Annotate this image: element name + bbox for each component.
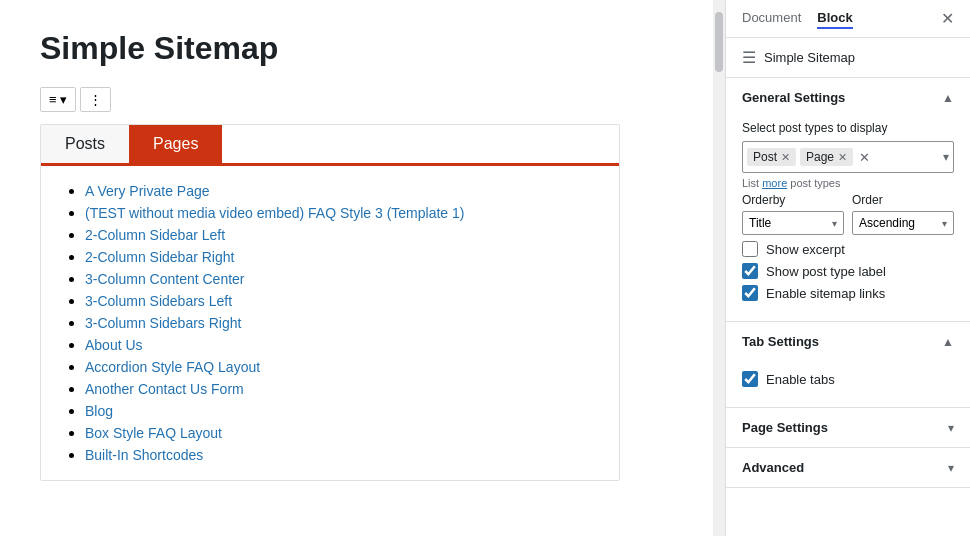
tag-page-label: Page [806, 150, 834, 164]
list-arrow-icon: ▾ [60, 92, 67, 107]
sitemap-link[interactable]: Another Contact Us Form [85, 381, 244, 397]
general-settings-body: Select post types to display Post ✕ Page… [726, 117, 970, 321]
tab-settings-body: Enable tabs [726, 361, 970, 407]
tag-page: Page ✕ [800, 148, 853, 166]
tab-pages[interactable]: Pages [129, 125, 222, 163]
orderby-chevron-icon: ▾ [832, 218, 837, 229]
list-item: (TEST without media video embed) FAQ Sty… [85, 204, 595, 222]
scroll-thumb[interactable] [715, 12, 723, 72]
sitemap-link[interactable]: 2-Column Sidebar Left [85, 227, 225, 243]
tab-document[interactable]: Document [742, 8, 801, 29]
list-item: About Us [85, 336, 595, 354]
scroll-track[interactable] [713, 0, 725, 536]
more-post-types-link[interactable]: more [762, 177, 787, 189]
sitemap-link[interactable]: Blog [85, 403, 113, 419]
tag-dropdown-button[interactable]: ▾ [943, 150, 949, 164]
tab-posts[interactable]: Posts [41, 125, 129, 163]
tag-page-remove[interactable]: ✕ [838, 152, 847, 163]
block-name-row: ☰ Simple Sitemap [726, 38, 970, 78]
list-item: Accordion Style FAQ Layout [85, 358, 595, 376]
toolbar: ≡ ▾ ⋮ [40, 87, 673, 112]
enable-tabs-checkbox[interactable] [742, 371, 758, 387]
enable-sitemap-links-checkbox[interactable] [742, 285, 758, 301]
show-excerpt-label: Show excerpt [766, 242, 845, 257]
block-name-label: Simple Sitemap [764, 50, 855, 65]
tab-settings-header[interactable]: Tab Settings ▲ [726, 322, 970, 361]
enable-sitemap-links-row: Enable sitemap links [742, 285, 954, 301]
sitemap-link[interactable]: About Us [85, 337, 143, 353]
show-excerpt-row: Show excerpt [742, 241, 954, 257]
post-types-label: Select post types to display [742, 121, 954, 135]
list-item: Blog [85, 402, 595, 420]
order-select[interactable]: Ascending Descending [859, 216, 942, 230]
list-item: Another Contact Us Form [85, 380, 595, 398]
page-settings-chevron-down-icon: ▾ [948, 421, 954, 435]
list-item: 3-Column Sidebars Right [85, 314, 595, 332]
general-settings-section: General Settings ▲ Select post types to … [726, 78, 970, 322]
tabs-row: Posts Pages [41, 125, 619, 166]
sitemap-block: Posts Pages A Very Private Page (TEST wi… [40, 124, 620, 481]
general-settings-title: General Settings [742, 90, 845, 105]
sidebar: Document Block ✕ ☰ Simple Sitemap Genera… [725, 0, 970, 536]
sitemap-link[interactable]: Built-In Shortcodes [85, 447, 203, 463]
tab-settings-section: Tab Settings ▲ Enable tabs [726, 322, 970, 408]
advanced-chevron-down-icon: ▾ [948, 461, 954, 475]
sitemap-link[interactable]: (TEST without media video embed) FAQ Sty… [85, 205, 464, 221]
sitemap-list: A Very Private Page (TEST without media … [65, 182, 595, 464]
general-settings-header[interactable]: General Settings ▲ [726, 78, 970, 117]
main-content: Simple Sitemap ≡ ▾ ⋮ Posts Pages A Very … [0, 0, 713, 536]
page-title: Simple Sitemap [40, 30, 673, 67]
tag-post: Post ✕ [747, 148, 796, 166]
show-post-type-label-label: Show post type label [766, 264, 886, 279]
sitemap-link[interactable]: 3-Column Content Center [85, 271, 245, 287]
tab-settings-title: Tab Settings [742, 334, 819, 349]
more-icon: ⋮ [89, 92, 102, 107]
list-item: 2-Column Sidebar Left [85, 226, 595, 244]
order-label: Order [852, 193, 954, 207]
order-select-wrap[interactable]: Ascending Descending ▾ [852, 211, 954, 235]
orderby-select-wrap[interactable]: Title Date Modified ID ▾ [742, 211, 844, 235]
page-settings-title: Page Settings [742, 420, 828, 435]
order-chevron-icon: ▾ [942, 218, 947, 229]
tab-content: A Very Private Page (TEST without media … [41, 166, 619, 480]
list-more-link: List more post types [742, 177, 954, 189]
close-button[interactable]: ✕ [941, 11, 954, 27]
sitemap-link[interactable]: Accordion Style FAQ Layout [85, 359, 260, 375]
order-col: Order Ascending Descending ▾ [852, 193, 954, 235]
enable-tabs-row: Enable tabs [742, 371, 954, 387]
show-excerpt-checkbox[interactable] [742, 241, 758, 257]
orderby-select[interactable]: Title Date Modified ID [749, 216, 832, 230]
enable-tabs-label: Enable tabs [766, 372, 835, 387]
sitemap-block-icon: ☰ [742, 48, 756, 67]
general-settings-chevron-up-icon: ▲ [942, 91, 954, 105]
list-style-button[interactable]: ≡ ▾ [40, 87, 76, 112]
sitemap-link[interactable]: A Very Private Page [85, 183, 210, 199]
list-item: 3-Column Content Center [85, 270, 595, 288]
post-types-input[interactable]: Post ✕ Page ✕ ✕ ▾ [742, 141, 954, 173]
orderby-col: Orderby Title Date Modified ID ▾ [742, 193, 844, 235]
sidebar-tabs: Document Block [742, 8, 853, 29]
tag-post-remove[interactable]: ✕ [781, 152, 790, 163]
page-settings-section: Page Settings ▾ [726, 408, 970, 448]
tab-block[interactable]: Block [817, 8, 852, 29]
advanced-header[interactable]: Advanced ▾ [726, 448, 970, 487]
list-item: 3-Column Sidebars Left [85, 292, 595, 310]
tag-clear-all[interactable]: ✕ [859, 150, 870, 165]
sitemap-link[interactable]: 2-Column Sidebar Right [85, 249, 234, 265]
more-options-button[interactable]: ⋮ [80, 87, 111, 112]
tag-post-label: Post [753, 150, 777, 164]
sitemap-link[interactable]: 3-Column Sidebars Right [85, 315, 241, 331]
order-row: Orderby Title Date Modified ID ▾ Order [742, 193, 954, 235]
advanced-section: Advanced ▾ [726, 448, 970, 488]
list-icon: ≡ [49, 92, 57, 107]
page-settings-header[interactable]: Page Settings ▾ [726, 408, 970, 447]
tab-settings-chevron-up-icon: ▲ [942, 335, 954, 349]
sitemap-link[interactable]: Box Style FAQ Layout [85, 425, 222, 441]
enable-sitemap-links-label: Enable sitemap links [766, 286, 885, 301]
list-item: A Very Private Page [85, 182, 595, 200]
show-post-type-label-checkbox[interactable] [742, 263, 758, 279]
list-item: Built-In Shortcodes [85, 446, 595, 464]
orderby-label: Orderby [742, 193, 844, 207]
show-post-type-label-row: Show post type label [742, 263, 954, 279]
sitemap-link[interactable]: 3-Column Sidebars Left [85, 293, 232, 309]
